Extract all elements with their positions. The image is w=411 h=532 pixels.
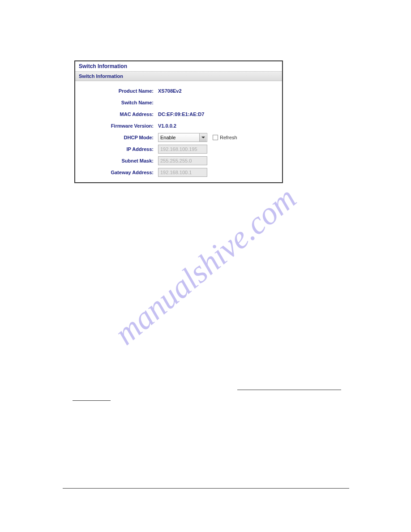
divider-line: [73, 400, 111, 401]
label-mac-address: MAC Address:: [75, 112, 158, 117]
gateway-address-input[interactable]: [158, 168, 207, 177]
label-switch-name: Switch Name:: [75, 100, 158, 105]
value-mac-address: DC:EF:09:E1:AE:D7: [158, 112, 204, 117]
value-firmware-version: V1.0.0.2: [158, 123, 176, 129]
row-product-name: Product Name: XS708Ev2: [75, 86, 282, 96]
chevron-down-icon: [199, 133, 206, 142]
value-product-name: XS708Ev2: [158, 88, 182, 94]
label-product-name: Product Name:: [75, 88, 158, 94]
refresh-label: Refresh: [220, 135, 237, 140]
ip-address-input[interactable]: [158, 145, 207, 154]
row-ip-address: IP Address:: [75, 144, 282, 154]
panel-subtitle: Switch Information: [75, 72, 282, 81]
refresh-checkbox[interactable]: [213, 135, 218, 140]
panel-body: Product Name: XS708Ev2 Switch Name: MAC …: [75, 81, 282, 182]
panel-title: Switch Information: [75, 61, 282, 72]
refresh-checkbox-wrap: Refresh: [213, 135, 237, 140]
dhcp-mode-select[interactable]: Enable: [158, 133, 207, 142]
label-dhcp-mode: DHCP Mode:: [75, 135, 158, 140]
subnet-mask-input[interactable]: [158, 156, 207, 165]
row-subnet-mask: Subnet Mask:: [75, 155, 282, 166]
label-gateway-address: Gateway Address:: [75, 170, 158, 175]
row-firmware-version: Firmware Version: V1.0.0.2: [75, 120, 282, 131]
switch-info-panel: Switch Information Switch Information Pr…: [74, 60, 283, 183]
divider-line: [237, 390, 341, 390]
label-firmware-version: Firmware Version:: [75, 123, 158, 129]
dhcp-mode-selected: Enable: [160, 135, 176, 140]
footer-divider: [63, 488, 349, 489]
row-switch-name: Switch Name:: [75, 97, 282, 108]
watermark-text: manualshive.com: [107, 180, 304, 352]
row-mac-address: MAC Address: DC:EF:09:E1:AE:D7: [75, 109, 282, 120]
row-gateway-address: Gateway Address:: [75, 167, 282, 178]
row-dhcp-mode: DHCP Mode: Enable Refresh: [75, 132, 282, 143]
label-ip-address: IP Address:: [75, 146, 158, 152]
label-subnet-mask: Subnet Mask:: [75, 158, 158, 163]
